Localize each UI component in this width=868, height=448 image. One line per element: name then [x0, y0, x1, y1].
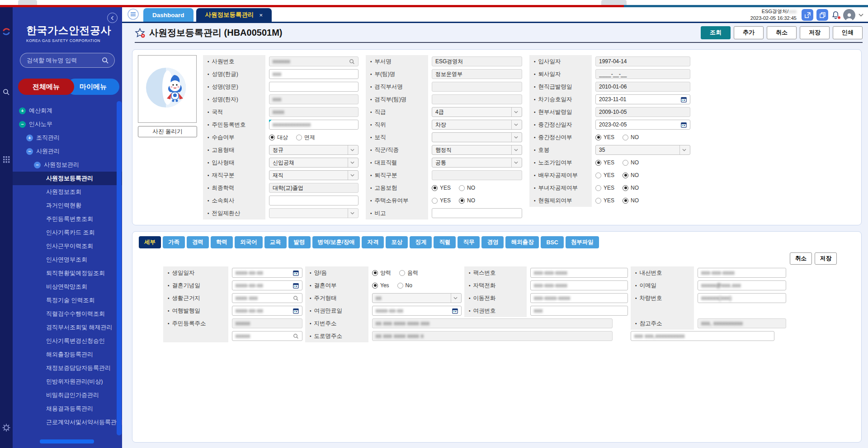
- form-text-input[interactable]: xxx-xxx-xxxx: [530, 280, 628, 290]
- sidebar-item[interactable]: 주민등록번호조회: [13, 212, 122, 226]
- sidebar-item[interactable]: 직렬검수수행이력조회: [13, 307, 122, 321]
- sidebar-item[interactable]: 비밀취급인가증관리: [13, 388, 122, 402]
- radio-option[interactable]: YES: [595, 134, 614, 140]
- form-select[interactable]: [269, 208, 359, 218]
- sidebar-item[interactable]: 인사연명부조회: [13, 253, 122, 266]
- duplicate-window-icon[interactable]: [816, 9, 828, 21]
- favorite-star-icon[interactable]: [135, 28, 145, 38]
- calendar-icon[interactable]: [293, 308, 299, 314]
- sidebar-item[interactable]: 재정보증담당자등록관리: [13, 361, 122, 375]
- close-tab-icon[interactable]: ×: [259, 12, 263, 19]
- tab-detail-11[interactable]: 징계: [410, 236, 432, 248]
- form-text-input[interactable]: xxxxxx: [269, 56, 359, 66]
- form-text-input[interactable]: [269, 82, 359, 92]
- tab-detail-1[interactable]: 세부: [139, 236, 161, 248]
- form-text-input[interactable]: ESG경영처: [432, 56, 522, 66]
- calendar-icon[interactable]: [681, 97, 687, 103]
- tab-detail-7[interactable]: 발령: [288, 236, 311, 248]
- tab-detail-17[interactable]: 첨부파일: [566, 236, 599, 248]
- sidebar-item[interactable]: 퇴직현황및예정일조회: [13, 266, 122, 280]
- radio-option[interactable]: NO: [623, 185, 639, 191]
- form-text-input[interactable]: xx xxx xxxx xxxx xxx: [372, 318, 613, 328]
- form-text-input[interactable]: xxx-xxx-xxxx: [698, 268, 786, 278]
- sidebar-horizontal-scrollbar[interactable]: [40, 439, 94, 443]
- form-text-input[interactable]: xxxx xxx: [232, 293, 302, 303]
- form-select[interactable]: 정규: [269, 145, 359, 155]
- chevron-down-icon[interactable]: [859, 14, 863, 17]
- sidebar-item[interactable]: 사원정보조회: [13, 185, 122, 199]
- menu-search-input[interactable]: [26, 56, 102, 64]
- sidebar-item[interactable]: 근로계약서및서약서등록관리: [13, 415, 122, 429]
- collapse-minus-icon[interactable]: −: [34, 162, 41, 168]
- form-select[interactable]: [432, 132, 522, 142]
- form-text-input[interactable]: xxxx-xx-xx: [232, 306, 302, 316]
- radio-option[interactable]: NO: [623, 159, 639, 166]
- detail-cancel-button[interactable]: 취소: [790, 252, 812, 265]
- calendar-icon[interactable]: [293, 283, 299, 289]
- form-text-input[interactable]: [269, 196, 359, 205]
- collapse-minus-icon[interactable]: −: [26, 148, 33, 155]
- form-text-input[interactable]: xxxx: [269, 107, 359, 117]
- calendar-icon[interactable]: [452, 308, 458, 314]
- form-text-input[interactable]: xxx: [269, 94, 359, 104]
- form-text-input[interactable]: 1997-04-14: [595, 56, 690, 66]
- search-icon[interactable]: [102, 57, 109, 64]
- sidebar-item[interactable]: 인사기록카드 조회: [13, 226, 122, 239]
- tab-detail-5[interactable]: 외국어: [235, 236, 263, 248]
- radio-option[interactable]: NO: [623, 172, 639, 178]
- search-button[interactable]: 조회: [701, 26, 731, 39]
- tab-detail-12[interactable]: 직렬: [434, 236, 456, 248]
- radio-option[interactable]: Yes: [372, 282, 389, 289]
- radio-option[interactable]: 대상: [269, 134, 288, 141]
- form-text-input[interactable]: 대학(교)졸업: [269, 183, 359, 193]
- form-text-input[interactable]: xxx: [269, 69, 359, 79]
- radio-option[interactable]: YES: [432, 197, 451, 204]
- form-text-input[interactable]: xxxxx: [232, 318, 302, 328]
- radio-option[interactable]: YES: [595, 172, 614, 178]
- form-text-input[interactable]: xxxxxx(xxx): [698, 293, 786, 303]
- form-select[interactable]: 35: [595, 145, 690, 155]
- tab-detail-13[interactable]: 직무: [458, 236, 480, 248]
- calendar-icon[interactable]: [293, 270, 299, 276]
- radio-option[interactable]: 음력: [399, 269, 418, 277]
- form-text-input[interactable]: 정보운영부: [432, 69, 522, 79]
- rail-search-icon[interactable]: [0, 89, 13, 96]
- form-text-input[interactable]: xxxx-xx-xx: [232, 268, 302, 278]
- add-button[interactable]: 추가: [734, 26, 764, 39]
- sidebar-item[interactable]: 해외출장등록관리: [13, 348, 122, 361]
- tab-all-menu[interactable]: 전체메뉴: [18, 79, 74, 95]
- sidebar-item[interactable]: 비상연락망조회: [13, 280, 122, 294]
- form-text-input[interactable]: 2023-11-01: [595, 94, 690, 104]
- tab-detail-8[interactable]: 병역/보훈/장애: [312, 236, 360, 248]
- save-button[interactable]: 저장: [800, 26, 830, 39]
- tab-detail-15[interactable]: 해외출장: [505, 236, 539, 248]
- form-select[interactable]: 재직: [269, 170, 359, 180]
- form-text-input[interactable]: [432, 170, 522, 180]
- cancel-button[interactable]: 취소: [767, 26, 797, 39]
- form-select[interactable]: 신입공채: [269, 158, 359, 168]
- tab-detail-16[interactable]: BSC: [541, 236, 563, 248]
- form-text-input[interactable]: xxxxx@xxx.xxx: [698, 280, 786, 290]
- form-text-input[interactable]: xxx-xxx-xxxx: [530, 268, 628, 278]
- tab-detail-9[interactable]: 자격: [362, 236, 384, 248]
- sidebar-item[interactable]: 인사기록변경신청승인: [13, 334, 122, 348]
- tab-detail-3[interactable]: 경력: [187, 236, 209, 248]
- form-text-input[interactable]: xxx-xxxx-xxxx: [530, 293, 628, 303]
- form-select[interactable]: 4급: [432, 107, 522, 117]
- form-text-input[interactable]: xxx: [530, 306, 628, 316]
- expand-plus-icon[interactable]: +: [19, 107, 26, 114]
- radio-option[interactable]: YES: [595, 159, 614, 166]
- radio-option[interactable]: NO: [623, 197, 639, 204]
- form-text-input[interactable]: xxxx-xx-xx: [372, 306, 462, 316]
- form-text-input[interactable]: [432, 82, 522, 92]
- form-text-input[interactable]: xxxxxxxxxxxxx: [269, 120, 359, 130]
- tab-detail-10[interactable]: 포상: [386, 236, 408, 248]
- rail-grid-icon[interactable]: [0, 156, 13, 163]
- tab-detail-2[interactable]: 가족: [163, 236, 185, 248]
- sidebar-item[interactable]: −사원정보관리: [13, 158, 122, 172]
- photo-upload-button[interactable]: 사진 올리기: [138, 126, 197, 137]
- form-text-input[interactable]: xxxxx: [232, 331, 302, 341]
- search-icon[interactable]: [293, 295, 299, 301]
- form-text-input[interactable]: 2023-02-05: [595, 120, 690, 130]
- user-avatar[interactable]: [843, 9, 855, 21]
